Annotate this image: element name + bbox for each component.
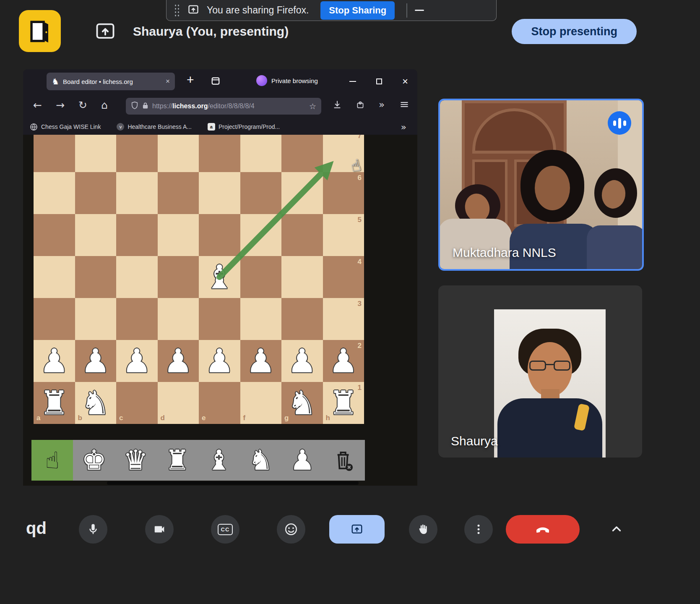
square-e7[interactable]: [199, 135, 240, 172]
present-button[interactable]: [329, 515, 385, 544]
palette-queen-button[interactable]: ♛: [115, 440, 156, 481]
square-a4[interactable]: [34, 256, 75, 298]
square-a7[interactable]: [34, 135, 75, 172]
square-f4[interactable]: [240, 256, 282, 298]
square-d6[interactable]: [158, 172, 199, 214]
piece-B-e4[interactable]: ♝: [199, 256, 240, 298]
more-options-button[interactable]: [464, 515, 493, 544]
window-maximize-button[interactable]: [376, 78, 382, 84]
expand-chevron-icon[interactable]: [604, 517, 629, 541]
square-f1[interactable]: [240, 382, 282, 424]
palette-bishop-button[interactable]: ♝: [198, 440, 240, 481]
downloads-button[interactable]: [333, 100, 342, 109]
square-d5[interactable]: [158, 214, 199, 256]
square-b6[interactable]: [75, 172, 117, 214]
square-f7[interactable]: [240, 135, 282, 172]
home-button[interactable]: ⌂: [101, 99, 108, 111]
microphone-button[interactable]: [79, 515, 107, 544]
square-g6[interactable]: [281, 172, 323, 214]
stop-sharing-button[interactable]: Stop Sharing: [320, 1, 395, 20]
piece-N-b1[interactable]: ♞: [75, 382, 117, 424]
square-b3[interactable]: [75, 298, 117, 340]
palette-pawn-button[interactable]: ♟: [281, 440, 323, 481]
window-close-button[interactable]: ×: [402, 76, 408, 86]
palette-rook-button[interactable]: ♜: [156, 440, 198, 481]
bookmark-star-icon[interactable]: ☆: [309, 102, 316, 111]
square-b4[interactable]: [75, 256, 117, 298]
square-c4[interactable]: [116, 256, 158, 298]
tab-overview-button[interactable]: [211, 76, 220, 87]
more-tools-chevrons[interactable]: »: [379, 99, 385, 110]
camera-button[interactable]: [145, 515, 174, 544]
tracking-shield-icon[interactable]: [131, 101, 138, 111]
square-g7[interactable]: [281, 135, 323, 172]
square-g5[interactable]: [281, 214, 323, 256]
address-bar[interactable]: https://lichess.org/editor/8/8/8/8/4 ☆: [126, 98, 321, 115]
square-c7[interactable]: [116, 135, 158, 172]
url-domain: lichess.org: [172, 102, 208, 110]
palette-trash-button[interactable]: [323, 440, 365, 481]
square-g3[interactable]: [281, 298, 323, 340]
window-minimize-button[interactable]: [349, 81, 356, 82]
person-3-body: [587, 225, 644, 271]
square-f3[interactable]: [240, 298, 282, 340]
square-c6[interactable]: [116, 172, 158, 214]
square-c3[interactable]: [116, 298, 158, 340]
square-c5[interactable]: [116, 214, 158, 256]
square-d7[interactable]: [158, 135, 199, 172]
palette-king-button[interactable]: ♚: [73, 440, 114, 481]
piece-P-b2[interactable]: ♟: [75, 340, 117, 382]
raise-hand-button[interactable]: [409, 515, 437, 544]
piece-P-a2[interactable]: ♟: [34, 340, 75, 382]
back-button[interactable]: ←: [33, 99, 42, 111]
square-g4[interactable]: [281, 256, 323, 298]
new-tab-button[interactable]: +: [187, 73, 194, 87]
square-d4[interactable]: [158, 256, 199, 298]
square-f5[interactable]: [240, 214, 282, 256]
square-a5[interactable]: [34, 214, 75, 256]
bookmarks-overflow-chevrons[interactable]: »: [401, 122, 406, 132]
square-e6[interactable]: [199, 172, 240, 214]
palette-pointer-button[interactable]: ☝: [31, 440, 73, 481]
menu-hamburger-icon[interactable]: [400, 100, 409, 109]
end-call-button[interactable]: [506, 515, 580, 544]
extensions-icon[interactable]: [356, 100, 365, 109]
door-app-icon[interactable]: [19, 10, 61, 52]
stop-presenting-button[interactable]: Stop presenting: [512, 19, 637, 44]
square-a3[interactable]: [34, 298, 75, 340]
horizontal-scrollbar[interactable]: [107, 481, 359, 485]
palette-knight-button[interactable]: ♞: [240, 440, 281, 481]
square-b7[interactable]: [75, 135, 117, 172]
piece-N-g1[interactable]: ♞: [281, 382, 323, 424]
bookmark-project[interactable]: a Project/Program/Prod...: [208, 123, 280, 131]
square-d3[interactable]: [158, 298, 199, 340]
chess-board[interactable]: 12345678abcdefgh♝♟♟♟♟♟♟♟♟♜♞♞♜: [34, 135, 364, 424]
piece-P-h2[interactable]: ♟: [323, 340, 364, 382]
piece-P-c2[interactable]: ♟: [116, 340, 158, 382]
piece-P-d2[interactable]: ♟: [158, 340, 199, 382]
bookmark-chess-gaja[interactable]: Chess Gaja WISE Link: [30, 123, 101, 131]
participant-tile-muktadhara[interactable]: Muktadhara NNLS: [438, 99, 644, 271]
piece-R-h1[interactable]: ♜: [323, 382, 364, 424]
participant-tile-shaurya[interactable]: Shaurya: [438, 285, 642, 458]
square-a6[interactable]: [34, 172, 75, 214]
reload-button[interactable]: ↻: [78, 99, 87, 111]
bookmark-healthcare[interactable]: v Healthcare Business A...: [117, 123, 192, 131]
piece-P-f2[interactable]: ♟: [240, 340, 282, 382]
square-e3[interactable]: [199, 298, 240, 340]
captions-button[interactable]: CC: [211, 515, 239, 544]
lock-icon[interactable]: [142, 102, 148, 111]
browser-tab-lichess[interactable]: ♞ Board editor • lichess.org ×: [47, 73, 175, 90]
piece-P-g2[interactable]: ♟: [281, 340, 323, 382]
square-f6[interactable]: [240, 172, 282, 214]
square-b5[interactable]: [75, 214, 117, 256]
piece-P-e2[interactable]: ♟: [199, 340, 240, 382]
toast-minimize-icon[interactable]: [415, 10, 424, 11]
reactions-button[interactable]: [277, 515, 305, 544]
square-e5[interactable]: [199, 214, 240, 256]
piece-R-a1[interactable]: ♜: [34, 382, 75, 424]
toast-drag-handle[interactable]: [174, 4, 180, 17]
tab-close-icon[interactable]: ×: [166, 77, 170, 86]
door-icon: [28, 18, 52, 44]
forward-button[interactable]: →: [56, 99, 65, 111]
